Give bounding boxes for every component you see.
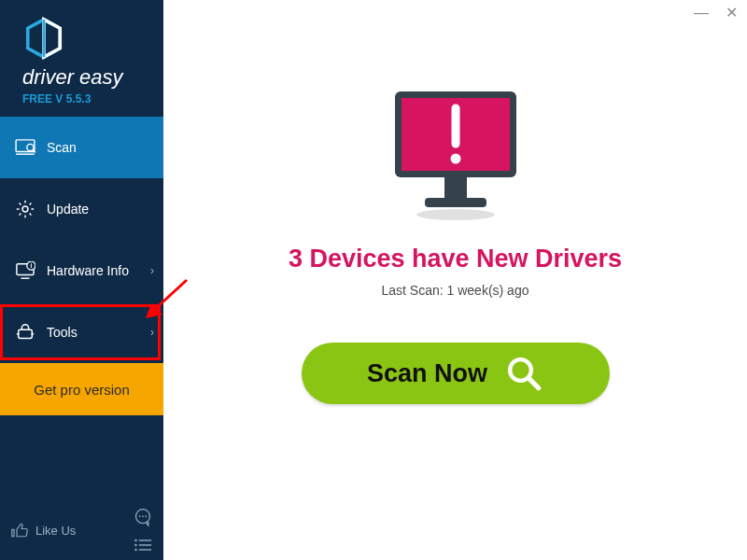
svg-rect-33: [444, 177, 467, 198]
svg-point-25: [134, 539, 137, 542]
sidebar-item-label: Update: [47, 202, 154, 217]
svg-point-3: [27, 144, 34, 150]
svg-point-37: [450, 154, 460, 164]
chevron-right-icon: ›: [150, 326, 154, 339]
svg-line-39: [529, 378, 539, 388]
svg-point-5: [22, 206, 28, 212]
svg-point-24: [146, 515, 148, 517]
tools-icon: [13, 322, 37, 343]
sidebar-item-label: Scan: [47, 140, 154, 155]
gear-icon: [13, 199, 37, 219]
sidebar-item-scan[interactable]: Scan: [0, 117, 163, 178]
logo-icon: [22, 17, 65, 60]
alert-monitor-icon: [376, 84, 535, 228]
brand-name: driver easy: [22, 65, 163, 90]
chevron-right-icon: ›: [150, 264, 154, 277]
svg-line-13: [30, 203, 32, 205]
svg-point-27: [134, 544, 137, 547]
like-us-button[interactable]: Like Us: [11, 522, 76, 539]
svg-point-22: [139, 515, 141, 517]
sidebar-item-hardware-info[interactable]: i Hardware Info ›: [0, 240, 163, 301]
hardware-info-icon: i: [13, 261, 37, 280]
svg-point-23: [142, 515, 144, 517]
sidebar-item-update[interactable]: Update: [0, 178, 163, 240]
get-pro-button[interactable]: Get pro version: [0, 363, 163, 415]
get-pro-label: Get pro version: [34, 382, 130, 398]
svg-point-29: [134, 549, 137, 552]
scan-now-label: Scan Now: [367, 359, 487, 388]
main-panel: 3 Devices have New Drivers Last Scan: 1 …: [163, 0, 747, 560]
sidebar-item-tools[interactable]: Tools ›: [0, 301, 163, 363]
sidebar-footer: Like Us: [0, 500, 163, 560]
like-us-label: Like Us: [35, 524, 76, 538]
scan-now-button[interactable]: Scan Now: [302, 343, 610, 404]
sidebar-item-label: Hardware Info: [47, 263, 150, 278]
scan-icon: [13, 139, 37, 156]
feedback-icon[interactable]: [134, 508, 152, 526]
svg-rect-18: [19, 329, 33, 338]
brand-block: driver easy FREE V 5.5.3: [0, 0, 163, 117]
sidebar-item-label: Tools: [47, 325, 150, 340]
thumbs-up-icon: [11, 522, 28, 539]
brand-version: FREE V 5.5.3: [22, 92, 163, 105]
close-button[interactable]: ✕: [726, 6, 738, 21]
status-title: 3 Devices have New Drivers: [289, 245, 622, 273]
minimize-button[interactable]: —: [694, 6, 709, 21]
svg-point-35: [416, 209, 495, 220]
svg-line-11: [30, 214, 32, 216]
svg-rect-34: [425, 198, 486, 207]
svg-line-12: [20, 214, 21, 216]
svg-text:i: i: [30, 262, 32, 269]
menu-list-icon[interactable]: [134, 538, 152, 553]
svg-line-10: [20, 203, 21, 205]
last-scan-text: Last Scan: 1 week(s) ago: [382, 283, 529, 298]
sidebar: driver easy FREE V 5.5.3 Scan: [0, 0, 163, 560]
magnifier-icon: [504, 354, 543, 393]
